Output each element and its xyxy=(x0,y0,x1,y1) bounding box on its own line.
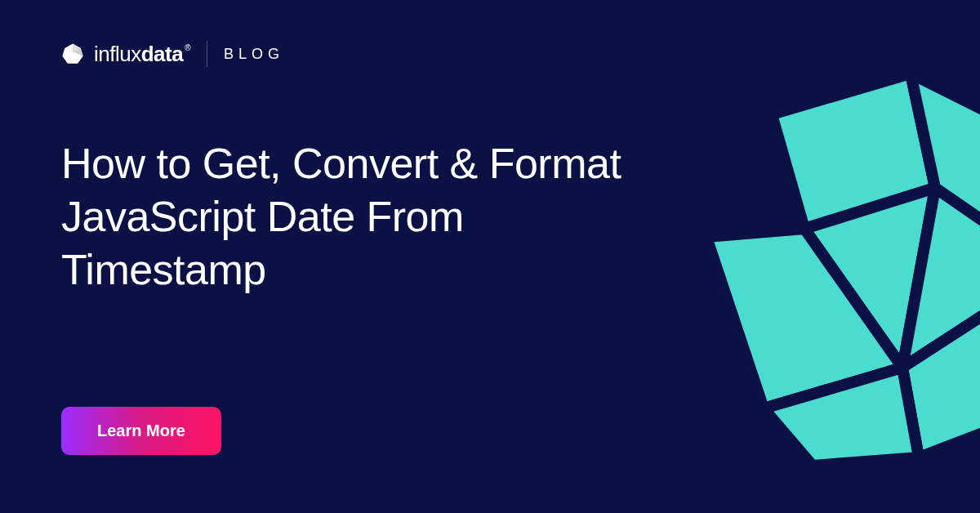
header: influxdata® BLOG xyxy=(61,41,284,67)
header-divider xyxy=(207,41,207,67)
brand-logo: influxdata® xyxy=(61,42,190,67)
brand-wordmark: influxdata® xyxy=(94,42,190,67)
polyhedron-graphic-icon xyxy=(666,65,980,474)
page-headline: How to Get, Convert & Format JavaScript … xyxy=(61,137,633,297)
registered-mark: ® xyxy=(185,43,190,52)
brand-suffix: data xyxy=(141,42,183,67)
brand-prefix: influx xyxy=(94,42,141,67)
learn-more-button[interactable]: Learn More xyxy=(61,407,221,455)
influxdata-logo-icon xyxy=(61,42,84,65)
blog-label: BLOG xyxy=(224,46,284,63)
